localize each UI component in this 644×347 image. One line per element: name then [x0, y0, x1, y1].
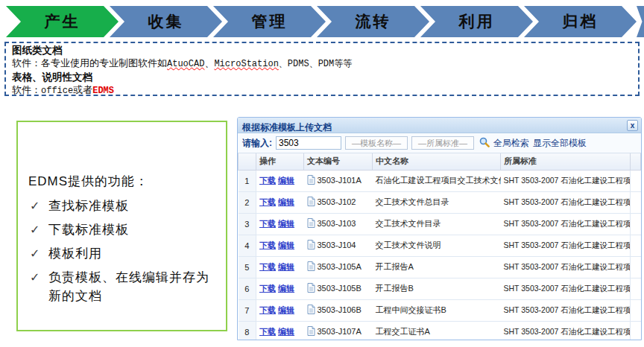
header-action[interactable]: 操作 [256, 153, 304, 170]
edit-link[interactable]: 编辑 [278, 241, 294, 249]
row-cn-name: 工程中间交接证书B [373, 299, 501, 321]
chevron-sliver [637, 6, 644, 37]
table-row[interactable]: 2 下载 编辑 3503-J102 交工技术文件总目录 SHT 3503-200… [239, 191, 641, 213]
download-link[interactable]: 下载 [259, 241, 276, 249]
edit-link[interactable]: 编辑 [278, 262, 294, 271]
edit-link[interactable]: 编辑 [278, 197, 294, 206]
edit-link[interactable]: 编辑 [278, 305, 294, 314]
process-step-2[interactable]: 收集 [110, 6, 222, 37]
row-doc-no: 3503-J102 [304, 191, 373, 213]
edit-link[interactable]: 编辑 [278, 176, 294, 185]
row-cn-name: 交工技术文件目录 [373, 213, 501, 235]
checkmark-icon: ✓ [30, 220, 40, 239]
table-row[interactable]: 6 下载 编辑 3503-J105B 开工报告B SHT 3503-2007 石… [239, 278, 641, 299]
table-row[interactable]: 8 下载 编辑 3503-J107A 工程交工证书A SHT 3503-2007… [239, 321, 641, 340]
row-spacer [631, 213, 641, 235]
row-actions: 下载 编辑 [256, 299, 304, 321]
row-number: 1 [239, 170, 256, 191]
edit-link[interactable]: 编辑 [278, 327, 294, 336]
note-line-drawing-software: 软件：各专业使用的专业制图软件如AtuoCAD、MicroStation、PDM… [12, 57, 632, 71]
row-actions: 下载 编辑 [256, 321, 304, 340]
row-cn-name: 开工报告B [373, 278, 501, 299]
row-standard: SHT 3503-2007 石油化工建设工程项目交工... [501, 191, 631, 213]
table-row[interactable]: 5 下载 编辑 3503-J105A 开工报告A SHT 3503-2007 石… [239, 256, 641, 278]
upload-template-dialog: 根据标准模板上传文档 x 请输入: —模板名称— —所属标准— 全局检索 显示全… [237, 117, 642, 340]
process-step-5[interactable]: 利用 [420, 6, 533, 37]
feature-item-1: ✓查找标准模板 [28, 197, 218, 215]
row-standard: SHT 3503-2007 石油化工建设工程项目交工... [501, 170, 631, 191]
process-step-4[interactable]: 流转 [317, 6, 429, 37]
row-spacer [631, 235, 641, 256]
header-standard[interactable]: 所属标准 [501, 153, 631, 170]
note-line-form-software: 软件：office或者EDMS [12, 83, 632, 98]
table-row[interactable]: 1 下载 编辑 3503-J101A 石油化工建设工程项目交工技术文件封面A S… [239, 170, 641, 191]
row-standard: SHT 3503-2007 石油化工建设工程项目交工... [501, 256, 631, 278]
download-link[interactable]: 下载 [259, 219, 276, 228]
edit-link[interactable]: 编辑 [278, 284, 294, 293]
row-standard: SHT 3503-2007 石油化工建设工程项目交工... [501, 278, 631, 299]
dialog-titlebar[interactable]: 根据标准模板上传文档 x [238, 118, 641, 133]
checkmark-icon: ✓ [30, 197, 40, 215]
row-cn-name: 石油化工建设工程项目交工技术文件封面A [373, 170, 501, 191]
download-link[interactable]: 下载 [259, 262, 276, 271]
process-step-3[interactable]: 管理 [213, 6, 326, 37]
row-actions: 下载 编辑 [256, 278, 304, 299]
download-link[interactable]: 下载 [259, 197, 276, 206]
row-number: 2 [239, 191, 256, 213]
row-doc-no: 3503-J104 [304, 235, 373, 256]
row-standard: SHT 3503-2007 石油化工建设工程项目交工... [501, 321, 631, 340]
row-actions: 下载 编辑 [256, 256, 304, 278]
row-number: 7 [239, 299, 256, 321]
row-spacer [631, 191, 641, 213]
keyword-input[interactable] [276, 136, 341, 150]
row-spacer [631, 299, 641, 321]
close-icon[interactable]: x [627, 120, 638, 131]
row-standard: SHT 3503-2007 石油化工建设工程项目交工... [501, 299, 631, 321]
document-icon [307, 261, 315, 273]
process-step-1[interactable]: 产生 [6, 6, 119, 37]
download-link[interactable]: 下载 [259, 305, 276, 314]
standard-select[interactable]: —所属标准— [411, 136, 474, 150]
note-box: 图纸类文档 软件：各专业使用的专业制图软件如AtuoCAD、MicroStati… [4, 42, 640, 96]
document-icon [307, 240, 315, 251]
row-actions: 下载 编辑 [256, 213, 304, 235]
download-link[interactable]: 下载 [259, 284, 276, 293]
row-spacer [631, 278, 641, 299]
row-number: 3 [239, 213, 256, 235]
row-spacer [631, 170, 641, 191]
row-number: 4 [239, 235, 256, 256]
template-name-select[interactable]: —模板名称— [345, 136, 408, 150]
row-doc-no: 3503-J105A [304, 256, 373, 278]
document-icon [307, 175, 315, 186]
doc-code: 3503-J102 [318, 197, 356, 206]
misspelled-autocad: AtuoCAD [167, 59, 204, 69]
row-number: 6 [239, 278, 256, 299]
show-all-templates-button[interactable]: 显示全部模板 [533, 137, 587, 150]
edit-link[interactable]: 编辑 [278, 219, 294, 228]
row-standard: SHT 3503-2007 石油化工建设工程项目交工... [501, 235, 631, 256]
search-icon[interactable] [479, 137, 490, 150]
row-cn-name: 开工报告A [373, 256, 501, 278]
row-cn-name: 交工技术文件总目录 [373, 191, 501, 213]
header-cn-name[interactable]: 中文名称 [373, 153, 501, 170]
process-step-6[interactable]: 归档 [524, 6, 637, 37]
download-link[interactable]: 下载 [259, 327, 276, 336]
header-doc-no[interactable]: 文本编号 [304, 153, 373, 170]
row-doc-no: 3503-J103 [304, 213, 373, 235]
document-icon [307, 305, 315, 316]
note-heading-drawings: 图纸类文档 [12, 44, 632, 57]
dialog-title: 根据标准模板上传文档 [242, 122, 332, 133]
row-standard: SHT 3503-2007 石油化工建设工程项目交工... [501, 213, 631, 235]
doc-code: 3503-J101A [318, 176, 362, 185]
global-search-button[interactable]: 全局检索 [493, 137, 529, 150]
table-row[interactable]: 7 下载 编辑 3503-J106B 工程中间交接证书B SHT 3503-20… [239, 299, 641, 321]
row-doc-no: 3503-J105B [304, 278, 373, 299]
doc-code: 3503-J105B [318, 284, 362, 293]
checkmark-icon: ✓ [30, 244, 40, 263]
header-rownum [239, 153, 256, 170]
template-table-body: 1 下载 编辑 3503-J101A 石油化工建设工程项目交工技术文件封面A S… [239, 170, 641, 340]
table-row[interactable]: 4 下载 编辑 3503-J104 交工技术文件说明 SHT 3503-2007… [239, 235, 641, 256]
document-icon [307, 326, 315, 337]
download-link[interactable]: 下载 [259, 176, 276, 185]
table-row[interactable]: 3 下载 编辑 3503-J103 交工技术文件目录 SHT 3503-2007… [239, 213, 641, 235]
